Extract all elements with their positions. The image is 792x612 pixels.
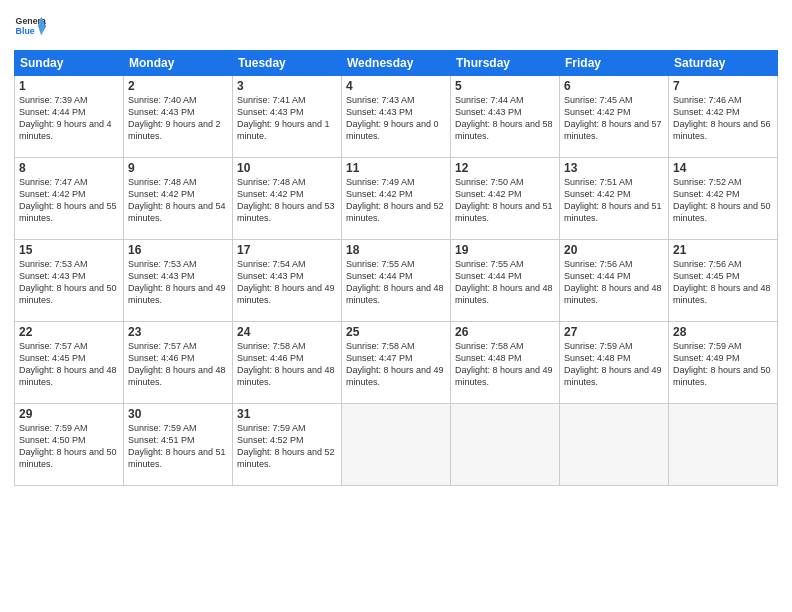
day-info: Sunrise: 7:57 AM Sunset: 4:45 PM Dayligh…: [19, 340, 119, 389]
calendar-day-header: Monday: [124, 51, 233, 76]
calendar-day-cell: 3 Sunrise: 7:41 AM Sunset: 4:43 PM Dayli…: [233, 76, 342, 158]
day-info: Sunrise: 7:40 AM Sunset: 4:43 PM Dayligh…: [128, 94, 228, 143]
calendar-day-cell: 29 Sunrise: 7:59 AM Sunset: 4:50 PM Dayl…: [15, 404, 124, 486]
day-number: 23: [128, 325, 228, 339]
day-info: Sunrise: 7:53 AM Sunset: 4:43 PM Dayligh…: [19, 258, 119, 307]
day-number: 29: [19, 407, 119, 421]
calendar-day-cell: 10 Sunrise: 7:48 AM Sunset: 4:42 PM Dayl…: [233, 158, 342, 240]
calendar-week-row: 22 Sunrise: 7:57 AM Sunset: 4:45 PM Dayl…: [15, 322, 778, 404]
day-number: 15: [19, 243, 119, 257]
day-number: 8: [19, 161, 119, 175]
day-info: Sunrise: 7:56 AM Sunset: 4:45 PM Dayligh…: [673, 258, 773, 307]
calendar-day-cell: 6 Sunrise: 7:45 AM Sunset: 4:42 PM Dayli…: [560, 76, 669, 158]
day-number: 11: [346, 161, 446, 175]
day-number: 16: [128, 243, 228, 257]
day-info: Sunrise: 7:59 AM Sunset: 4:49 PM Dayligh…: [673, 340, 773, 389]
day-info: Sunrise: 7:56 AM Sunset: 4:44 PM Dayligh…: [564, 258, 664, 307]
day-number: 24: [237, 325, 337, 339]
day-number: 5: [455, 79, 555, 93]
calendar-day-cell: 7 Sunrise: 7:46 AM Sunset: 4:42 PM Dayli…: [669, 76, 778, 158]
calendar-header-row: SundayMondayTuesdayWednesdayThursdayFrid…: [15, 51, 778, 76]
day-info: Sunrise: 7:59 AM Sunset: 4:51 PM Dayligh…: [128, 422, 228, 471]
calendar-day-cell: 1 Sunrise: 7:39 AM Sunset: 4:44 PM Dayli…: [15, 76, 124, 158]
calendar-day-cell: 24 Sunrise: 7:58 AM Sunset: 4:46 PM Dayl…: [233, 322, 342, 404]
day-info: Sunrise: 7:41 AM Sunset: 4:43 PM Dayligh…: [237, 94, 337, 143]
day-number: 9: [128, 161, 228, 175]
day-number: 17: [237, 243, 337, 257]
day-number: 21: [673, 243, 773, 257]
calendar-day-cell: 13 Sunrise: 7:51 AM Sunset: 4:42 PM Dayl…: [560, 158, 669, 240]
calendar-day-header: Friday: [560, 51, 669, 76]
calendar-table: SundayMondayTuesdayWednesdayThursdayFrid…: [14, 50, 778, 486]
svg-text:Blue: Blue: [16, 26, 35, 36]
day-number: 19: [455, 243, 555, 257]
day-number: 30: [128, 407, 228, 421]
day-number: 1: [19, 79, 119, 93]
day-number: 10: [237, 161, 337, 175]
day-info: Sunrise: 7:39 AM Sunset: 4:44 PM Dayligh…: [19, 94, 119, 143]
day-number: 20: [564, 243, 664, 257]
day-number: 28: [673, 325, 773, 339]
day-info: Sunrise: 7:47 AM Sunset: 4:42 PM Dayligh…: [19, 176, 119, 225]
day-number: 22: [19, 325, 119, 339]
calendar-day-cell: 30 Sunrise: 7:59 AM Sunset: 4:51 PM Dayl…: [124, 404, 233, 486]
day-info: Sunrise: 7:43 AM Sunset: 4:43 PM Dayligh…: [346, 94, 446, 143]
day-number: 14: [673, 161, 773, 175]
logo-icon: General Blue: [14, 10, 46, 42]
calendar-day-cell: 15 Sunrise: 7:53 AM Sunset: 4:43 PM Dayl…: [15, 240, 124, 322]
calendar-day-cell: 9 Sunrise: 7:48 AM Sunset: 4:42 PM Dayli…: [124, 158, 233, 240]
day-info: Sunrise: 7:59 AM Sunset: 4:50 PM Dayligh…: [19, 422, 119, 471]
day-number: 27: [564, 325, 664, 339]
calendar-day-cell: 4 Sunrise: 7:43 AM Sunset: 4:43 PM Dayli…: [342, 76, 451, 158]
day-number: 3: [237, 79, 337, 93]
calendar-day-cell: 12 Sunrise: 7:50 AM Sunset: 4:42 PM Dayl…: [451, 158, 560, 240]
calendar-week-row: 29 Sunrise: 7:59 AM Sunset: 4:50 PM Dayl…: [15, 404, 778, 486]
day-info: Sunrise: 7:45 AM Sunset: 4:42 PM Dayligh…: [564, 94, 664, 143]
calendar-day-cell: 18 Sunrise: 7:55 AM Sunset: 4:44 PM Dayl…: [342, 240, 451, 322]
day-info: Sunrise: 7:53 AM Sunset: 4:43 PM Dayligh…: [128, 258, 228, 307]
calendar-day-cell: 25 Sunrise: 7:58 AM Sunset: 4:47 PM Dayl…: [342, 322, 451, 404]
calendar-day-header: Thursday: [451, 51, 560, 76]
calendar-day-cell: 26 Sunrise: 7:58 AM Sunset: 4:48 PM Dayl…: [451, 322, 560, 404]
calendar-day-cell: 14 Sunrise: 7:52 AM Sunset: 4:42 PM Dayl…: [669, 158, 778, 240]
header: General Blue: [14, 10, 778, 42]
day-info: Sunrise: 7:57 AM Sunset: 4:46 PM Dayligh…: [128, 340, 228, 389]
day-info: Sunrise: 7:58 AM Sunset: 4:46 PM Dayligh…: [237, 340, 337, 389]
day-number: 25: [346, 325, 446, 339]
day-info: Sunrise: 7:58 AM Sunset: 4:47 PM Dayligh…: [346, 340, 446, 389]
day-info: Sunrise: 7:59 AM Sunset: 4:48 PM Dayligh…: [564, 340, 664, 389]
calendar-day-cell: 28 Sunrise: 7:59 AM Sunset: 4:49 PM Dayl…: [669, 322, 778, 404]
calendar-day-cell: 5 Sunrise: 7:44 AM Sunset: 4:43 PM Dayli…: [451, 76, 560, 158]
calendar-day-cell: 23 Sunrise: 7:57 AM Sunset: 4:46 PM Dayl…: [124, 322, 233, 404]
calendar-day-cell: 16 Sunrise: 7:53 AM Sunset: 4:43 PM Dayl…: [124, 240, 233, 322]
day-info: Sunrise: 7:44 AM Sunset: 4:43 PM Dayligh…: [455, 94, 555, 143]
logo: General Blue: [14, 10, 46, 42]
page-container: General Blue SundayMondayTuesdayWednesda…: [0, 0, 792, 612]
day-number: 12: [455, 161, 555, 175]
calendar-day-header: Saturday: [669, 51, 778, 76]
day-info: Sunrise: 7:58 AM Sunset: 4:48 PM Dayligh…: [455, 340, 555, 389]
day-number: 18: [346, 243, 446, 257]
day-info: Sunrise: 7:52 AM Sunset: 4:42 PM Dayligh…: [673, 176, 773, 225]
day-number: 26: [455, 325, 555, 339]
calendar-day-cell: 11 Sunrise: 7:49 AM Sunset: 4:42 PM Dayl…: [342, 158, 451, 240]
calendar-day-cell: 22 Sunrise: 7:57 AM Sunset: 4:45 PM Dayl…: [15, 322, 124, 404]
calendar-day-cell: 2 Sunrise: 7:40 AM Sunset: 4:43 PM Dayli…: [124, 76, 233, 158]
calendar-day-cell: 27 Sunrise: 7:59 AM Sunset: 4:48 PM Dayl…: [560, 322, 669, 404]
day-number: 31: [237, 407, 337, 421]
calendar-day-cell: 21 Sunrise: 7:56 AM Sunset: 4:45 PM Dayl…: [669, 240, 778, 322]
calendar-day-cell: 19 Sunrise: 7:55 AM Sunset: 4:44 PM Dayl…: [451, 240, 560, 322]
calendar-day-header: Sunday: [15, 51, 124, 76]
calendar-day-header: Tuesday: [233, 51, 342, 76]
day-info: Sunrise: 7:49 AM Sunset: 4:42 PM Dayligh…: [346, 176, 446, 225]
day-info: Sunrise: 7:51 AM Sunset: 4:42 PM Dayligh…: [564, 176, 664, 225]
day-info: Sunrise: 7:48 AM Sunset: 4:42 PM Dayligh…: [237, 176, 337, 225]
day-number: 2: [128, 79, 228, 93]
day-info: Sunrise: 7:59 AM Sunset: 4:52 PM Dayligh…: [237, 422, 337, 471]
calendar-day-cell: 20 Sunrise: 7:56 AM Sunset: 4:44 PM Dayl…: [560, 240, 669, 322]
calendar-day-cell: 8 Sunrise: 7:47 AM Sunset: 4:42 PM Dayli…: [15, 158, 124, 240]
calendar-day-cell: [560, 404, 669, 486]
day-info: Sunrise: 7:55 AM Sunset: 4:44 PM Dayligh…: [455, 258, 555, 307]
calendar-day-cell: [669, 404, 778, 486]
calendar-day-cell: [342, 404, 451, 486]
